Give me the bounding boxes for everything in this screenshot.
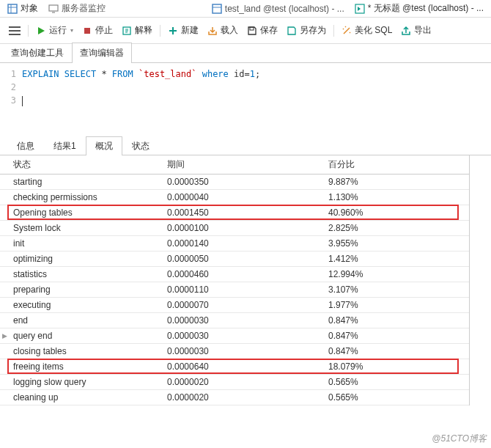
row-marker [0,282,9,298]
cell: 0.0000040 [163,190,324,205]
cell: 0.0000460 [163,267,324,282]
col-state[interactable]: 状态 [9,155,163,175]
cell: 0.0000020 [163,375,324,390]
cell: 0.0000070 [163,298,324,313]
cell: 0.0000030 [163,344,324,359]
table-row[interactable]: preparing0.00001103.107% [0,282,469,298]
menu-server-monitor[interactable]: 服务器监控 [44,1,110,16]
text-cursor [22,96,23,106]
rtab-status[interactable]: 状态 [122,136,159,155]
sql-editor[interactable]: 123 EXPLAIN SELECT * FROM `test_land` wh… [0,63,491,107]
row-marker [0,205,9,221]
save-button[interactable]: 保存 [244,23,281,38]
kw: EXPLAIN [22,69,59,79]
table-row[interactable]: Opening tables0.000145040.960% [0,205,469,221]
row-marker [0,313,9,328]
kw: SELECT [64,69,96,79]
row-marker [0,344,9,359]
svg-rect-5 [213,4,221,13]
cell: 0.0000050 [163,251,324,267]
load-button[interactable]: 载入 [204,23,241,38]
cell: logging slow query [9,375,163,390]
cell: 18.079% [324,359,469,375]
export-button[interactable]: 导出 [398,23,435,38]
menu-object[interactable]: 对象 [3,1,43,16]
window-tab-2-label: * 无标题 @test (localhost) - ... [368,2,484,15]
profile-table-wrap: 状态 期间 百分比 starting0.00003509.887%checkin… [0,155,470,405]
table-row[interactable]: optimizing0.00000501.412% [0,251,469,267]
table-row[interactable]: ▶query end0.00000300.847% [0,328,469,344]
svg-rect-3 [49,5,58,11]
monitor-icon [48,4,59,14]
cell: cleaning up [9,390,163,405]
cell: Opening tables [9,205,163,221]
cell: preparing [9,282,163,298]
tab-query-editor-label: 查询编辑器 [80,48,124,58]
window-tab-2[interactable]: * 无标题 @test (localhost) - ... [350,1,488,16]
cell: 1.130% [324,190,469,205]
table-row[interactable]: init0.00001403.955% [0,236,469,251]
tab-query-editor[interactable]: 查询编辑器 [72,43,132,63]
line-gutter: 123 [0,67,22,103]
rtab-label: 概况 [95,141,113,151]
explain-button[interactable]: 解释 [119,23,155,38]
export-icon [401,26,411,36]
saveas-label: 另存为 [300,24,326,37]
cell: freeing items [9,359,163,375]
separator [333,25,334,37]
rtab-profile[interactable]: 概况 [86,136,122,155]
svg-rect-0 [8,4,17,13]
tab-query-creator-label: 查询创建工具 [11,48,64,58]
table-row[interactable]: System lock0.00001002.825% [0,221,469,236]
table-row[interactable]: starting0.00003509.887% [0,175,469,190]
new-label: 新建 [181,24,199,37]
table-row[interactable]: statistics0.000046012.994% [0,267,469,282]
cell: 3.955% [324,236,469,251]
txt: id= [229,69,250,79]
rtab-result1[interactable]: 结果1 [44,136,86,155]
run-label: 运行 [49,24,67,37]
cell: closing tables [9,344,163,359]
cell: 0.0000030 [163,313,324,328]
stop-button[interactable]: 停止 [79,23,116,38]
table-icon [7,4,18,14]
hamburger-menu[interactable] [6,22,23,40]
saveas-button[interactable]: 另存为 [284,23,329,38]
beautify-button[interactable]: 美化 SQL [339,23,395,38]
kw: FROM [112,69,133,79]
rtab-message[interactable]: 信息 [7,136,44,155]
new-button[interactable]: 新建 [165,23,202,38]
load-label: 载入 [221,24,238,37]
cell: 0.0000350 [163,175,324,190]
cell: 0.0000100 [163,221,324,236]
run-button[interactable]: 运行▾ [33,23,76,38]
cell: 0.0000020 [163,390,324,405]
window-tab-1[interactable]: test_land @test (localhost) - ... [207,2,349,15]
row-marker [0,267,9,282]
separator [160,25,160,37]
tab-query-creator[interactable]: 查询创建工具 [3,43,72,63]
col-duration[interactable]: 期间 [163,155,324,175]
cell: 0.0000140 [163,236,324,251]
table-row[interactable]: checking permissions0.00000401.130% [0,190,469,205]
cell: 3.107% [324,282,469,298]
cell: 0.565% [324,375,469,390]
cell: end [9,313,163,328]
explain-label: 解释 [135,24,152,37]
table-row[interactable]: logging slow query0.00000200.565% [0,375,469,390]
table-row[interactable]: closing tables0.00000300.847% [0,344,469,359]
num: 1 [250,69,255,79]
rtab-label: 信息 [17,141,34,151]
txt: ; [255,69,260,79]
table-row[interactable]: freeing items0.000064018.079% [0,359,469,375]
table-row[interactable]: end0.00000300.847% [0,313,469,328]
table-row[interactable]: executing0.00000701.977% [0,298,469,313]
table-row[interactable]: cleaning up0.00000200.565% [0,390,469,405]
wand-icon [342,26,352,36]
kw: where [202,69,229,79]
stop-icon [82,26,92,36]
watermark: @51CTO博客 [432,433,487,445]
col-percent[interactable]: 百分比 [324,155,469,175]
row-marker [0,236,9,251]
rtab-label: 结果1 [53,141,76,151]
